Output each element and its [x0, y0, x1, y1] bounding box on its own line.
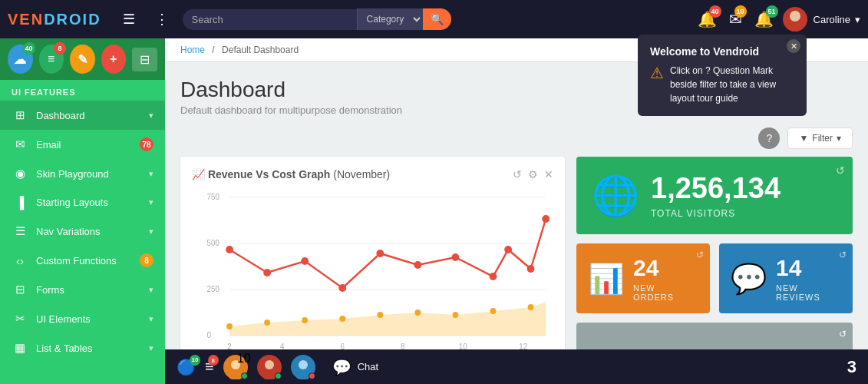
- alert-badge: 51: [766, 5, 778, 18]
- dots-menu-btn[interactable]: ⋮: [149, 7, 175, 31]
- warning-icon: ⚠: [650, 64, 664, 82]
- sidebar-item-skin-playground[interactable]: ◉ Skin Playground ▾: [0, 159, 165, 188]
- offline-dot-3: [309, 372, 315, 379]
- notification-bell-btn[interactable]: 🔔 40: [695, 7, 720, 31]
- new-orders-info: 24 NEW ORDERS: [633, 255, 698, 302]
- gray-refresh-btn[interactable]: ↺: [839, 329, 847, 339]
- visitors-refresh-btn[interactable]: ↺: [836, 164, 845, 177]
- breadcrumb-current: Default Dashboard: [222, 45, 299, 55]
- svg-point-30: [542, 215, 550, 223]
- new-orders-card: 📊 24 NEW ORDERS ↺: [576, 243, 710, 313]
- sidebar-label-nav-variations: Nav Variations: [36, 226, 146, 237]
- sidebar-label-custom-functions: Custom Functions: [36, 255, 137, 266]
- search-category-select[interactable]: Category: [357, 8, 423, 30]
- list-btn-badge: 8: [54, 42, 66, 55]
- alert-btn[interactable]: 🔔 51: [751, 7, 777, 31]
- filter-bar: ? ▼ Filter ▾: [165, 124, 868, 157]
- tooltip-text: Click on ? Question Mark beside filter t…: [670, 64, 794, 105]
- sidebar-item-list-tables[interactable]: ▦ List & Tables ▾: [0, 333, 165, 362]
- top-navbar: VENDROID ☰ ⋮ Category 🔍 🔔 40 ✉ 10 🔔 51 C…: [0, 0, 868, 38]
- chat-avatar-3[interactable]: [291, 355, 315, 379]
- total-visitors-card: 🌐 1,256,134 TOTAL VISITORS ↺: [576, 157, 853, 234]
- list-view-toggle-btn[interactable]: ⊟: [132, 48, 157, 71]
- sidebar-item-forms[interactable]: ⊟ Forms ▾: [0, 275, 165, 304]
- hamburger-menu-btn[interactable]: ☰: [117, 7, 141, 31]
- chat-cloud-badge: 10: [190, 355, 200, 366]
- revenue-chart: 750 500 250 0: [192, 188, 553, 357]
- list-action-btn[interactable]: ≡ 8: [39, 45, 64, 74]
- forms-icon: ⊟: [12, 283, 28, 296]
- grid-icon: ⊟: [140, 53, 150, 66]
- new-reviews-number: 14: [776, 255, 841, 281]
- user-avatar: [783, 7, 807, 31]
- search-input[interactable]: [183, 9, 357, 30]
- chat-avatar-2[interactable]: [257, 355, 282, 379]
- sidebar-item-email[interactable]: ✉ Email 78: [0, 130, 165, 159]
- sidebar-item-nav-variations[interactable]: ☰ Nav Variations ▾: [0, 217, 165, 246]
- mail-btn[interactable]: ✉ 10: [726, 7, 745, 31]
- stats-row: 📊 24 NEW ORDERS ↺ 💬 14 NEW REVIEWS: [576, 243, 853, 313]
- sidebar-label-list-tables: List & Tables: [36, 343, 146, 354]
- chevron-down-icon: ▾: [855, 14, 860, 25]
- svg-point-25: [414, 261, 421, 269]
- search-button[interactable]: 🔍: [423, 8, 451, 30]
- total-visitors-info: 1,256,134 TOTAL VISITORS: [651, 172, 781, 219]
- svg-marker-10: [229, 302, 546, 336]
- sidebar-label-email: Email: [36, 139, 137, 151]
- chevron-layouts: ▾: [149, 197, 153, 207]
- list-tables-icon: ▦: [12, 341, 28, 355]
- chevron-ui: ▾: [149, 314, 153, 324]
- svg-text:500: 500: [207, 239, 220, 247]
- new-reviews-card: 💬 14 NEW REVIEWS ↺: [719, 243, 853, 313]
- svg-point-39: [265, 360, 274, 369]
- sidebar-label-forms: Forms: [36, 284, 146, 296]
- email-icon: ✉: [12, 137, 28, 151]
- chart-close-btn[interactable]: ✕: [544, 168, 553, 180]
- breadcrumb-separator: /: [212, 45, 214, 55]
- sidebar-item-ui-elements[interactable]: ✂ UI Elements ▾: [0, 304, 165, 333]
- svg-point-11: [226, 323, 233, 329]
- new-orders-label: NEW ORDERS: [633, 283, 698, 302]
- sidebar-label-dashboard: Dashboard: [36, 110, 146, 121]
- filter-button[interactable]: ▼ Filter ▾: [787, 127, 853, 149]
- help-btn[interactable]: ?: [758, 127, 780, 149]
- cloud-icon: ☁: [14, 52, 26, 67]
- breadcrumb-home[interactable]: Home: [180, 45, 205, 55]
- user-menu-btn[interactable]: Caroline ▾: [814, 14, 860, 25]
- chat-bar-cloud-badge[interactable]: 🔵 10: [177, 358, 196, 376]
- sidebar-item-dashboard[interactable]: ⊞ Dashboard ▾: [0, 101, 165, 130]
- chart-header: 📈 Revenue Vs Cost Graph (November) ↺ ⚙ ✕: [192, 168, 553, 180]
- tooltip-title: Welcome to Vendroid: [650, 45, 794, 58]
- chat-bar-list-badge[interactable]: ≡ 8: [205, 358, 214, 376]
- user-name-label: Caroline: [814, 14, 850, 25]
- chat-button[interactable]: 💬 Chat: [332, 358, 378, 376]
- svg-point-41: [299, 360, 308, 369]
- chart-refresh-btn[interactable]: ↺: [513, 168, 522, 180]
- cloud-action-btn[interactable]: ☁ 40: [8, 45, 33, 74]
- sidebar-label-ui-elements: UI Elements: [36, 313, 146, 325]
- chart-actions: ↺ ⚙ ✕: [513, 168, 553, 180]
- sidebar: ☁ 40 ≡ 8 ✎ + ⊟ UI Features ⊞ Dashboard ▾: [0, 38, 165, 384]
- sidebar-item-starting-layouts[interactable]: ▐ Starting Layouts ▾: [0, 188, 165, 217]
- functions-badge: 8: [140, 253, 153, 267]
- sidebar-item-custom-functions[interactable]: ‹› Custom Functions 8: [0, 246, 165, 275]
- chart-settings-btn[interactable]: ⚙: [528, 168, 538, 180]
- skin-icon: ◉: [12, 167, 28, 180]
- layouts-icon: ▐: [12, 196, 28, 209]
- chat-avatar-1[interactable]: 10: [223, 355, 248, 379]
- chat-number: 3: [847, 357, 856, 377]
- chat-list-badge: 8: [208, 355, 219, 366]
- edit-action-btn[interactable]: ✎: [70, 45, 95, 74]
- svg-point-12: [264, 319, 270, 326]
- icon-btn-row: ☁ 40 ≡ 8 ✎ + ⊟: [0, 38, 165, 80]
- filter-icon: ▼: [799, 133, 808, 144]
- orders-refresh-btn[interactable]: ↺: [696, 250, 704, 260]
- add-action-btn[interactable]: +: [101, 45, 127, 74]
- svg-text:0: 0: [207, 331, 212, 339]
- reviews-refresh-btn[interactable]: ↺: [839, 250, 847, 260]
- new-reviews-label: NEW REVIEWS: [776, 283, 841, 302]
- tooltip-close-btn[interactable]: ✕: [787, 39, 800, 53]
- chevron-forms: ▾: [149, 285, 153, 295]
- chevron-list: ▾: [149, 343, 153, 353]
- new-orders-number: 24: [633, 255, 698, 281]
